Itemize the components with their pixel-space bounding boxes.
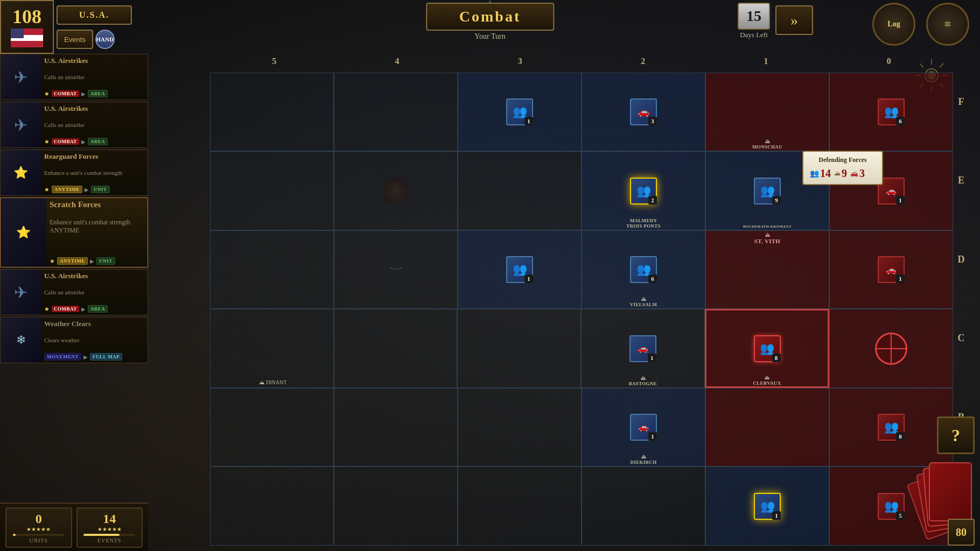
card-image-2: ✈	[1, 102, 41, 147]
card-us-airstrikes-2[interactable]: ✈ U.S. Airstrikes Calls an airstrike ★ C…	[0, 102, 148, 148]
unit-c1[interactable]: 👥 8	[754, 335, 781, 362]
events-count: 14	[103, 512, 116, 526]
cell-b4[interactable]	[334, 388, 458, 467]
tag-combat-2: COMBAT	[52, 138, 79, 145]
cell-e3[interactable]	[458, 151, 582, 230]
days-value: 15	[738, 3, 770, 30]
card-us-airstrikes-3[interactable]: ✈ U.S. Airstrikes Calls an airstrike ★ C…	[0, 269, 148, 315]
cell-d1[interactable]: ⛰ ST. VITH	[705, 230, 829, 309]
unit-e1[interactable]: 👥 9	[754, 178, 781, 204]
unit-a1[interactable]: 👥 1	[754, 493, 781, 520]
unit-c2[interactable]: 🚗 1	[629, 335, 656, 362]
card-body-6: Weather Clears Clears weather MOVEMENT ▶…	[41, 317, 148, 363]
tag-fullmap-6: FULL MAP	[90, 353, 122, 361]
cell-d5[interactable]	[210, 230, 334, 309]
cell-b3[interactable]	[458, 388, 582, 467]
score-value: 108	[12, 7, 41, 26]
unit-a0-num: 5	[896, 511, 905, 520]
cell-e5[interactable]	[210, 151, 334, 230]
unit-d2[interactable]: 👥 6	[630, 256, 657, 283]
cell-b5[interactable]	[210, 388, 334, 467]
events-stars: ★★★★★	[97, 526, 122, 532]
cell-d4[interactable]: 〰	[334, 230, 458, 309]
cell-f3[interactable]: 👥 1	[458, 73, 582, 151]
loc-diekirch: ⛰ DIEKIRCH	[582, 454, 705, 465]
events-hand-group: Events HAND	[57, 30, 115, 49]
cell-b1[interactable]	[705, 388, 829, 467]
cell-d2[interactable]: 👥 6 ⛰ VIELSALM	[582, 230, 705, 309]
cell-c3[interactable]	[457, 309, 581, 387]
cell-f2[interactable]: 🚗 3	[582, 73, 705, 151]
card-tags-2: ★ COMBAT ▶ AREA	[44, 138, 144, 145]
def-infantry-stat: 👥 14	[810, 167, 831, 180]
card-title-3: Rearguard Forces	[44, 152, 144, 161]
cell-c4[interactable]	[334, 309, 458, 387]
unit-c2-num: 1	[648, 354, 656, 362]
center-header: Combat Your Turn	[475, 0, 505, 31]
card-scratch[interactable]: ⭐ Scratch Forces Enhance unit's combat s…	[0, 197, 148, 267]
unit-e2[interactable]: 👥 2	[630, 178, 657, 204]
events-counter: 14 ★★★★★ EVENTS	[76, 507, 143, 548]
cell-b0[interactable]: 👥 8	[829, 388, 953, 467]
events-button[interactable]: Events	[57, 30, 93, 49]
row-label-d: D	[956, 254, 967, 265]
cell-d0[interactable]: 🚗 1	[829, 230, 953, 309]
card-tags-3: ★ ANYTIME ▶ UNIT	[44, 186, 144, 193]
unit-d3-num: 1	[524, 274, 533, 283]
unit-d0-num: 1	[896, 274, 905, 283]
units-stars: ★★★★★	[26, 526, 51, 532]
cell-f0[interactable]: 👥 6	[829, 73, 953, 151]
log-button[interactable]: Log	[872, 3, 915, 46]
armor-value: 3	[859, 167, 865, 180]
unit-f2-num: 3	[648, 117, 657, 125]
card-image-3: ⭐	[1, 150, 41, 195]
unit-d3[interactable]: 👥 1	[506, 256, 533, 283]
cell-c5[interactable]: ⛰ DINANT	[210, 309, 334, 387]
unit-d0[interactable]: 🚗 1	[878, 256, 905, 283]
loc-roch: ROCHERATH-KRINKELT	[706, 224, 829, 229]
unit-e0-num: 1	[896, 196, 905, 204]
card-image-6: ❄	[1, 317, 41, 363]
cell-f4[interactable]	[334, 73, 458, 151]
card-desc-1: Calls an airstrike	[44, 74, 144, 81]
cell-c1[interactable]: 👥 8 ⛰ CLERVAUX	[705, 309, 830, 387]
deck-card-4	[929, 462, 972, 521]
cell-b2[interactable]: 🚗 1 ⛰ DIEKIRCH	[582, 388, 705, 467]
tag-combat-5: COMBAT	[52, 306, 79, 312]
cell-a2[interactable]	[582, 467, 705, 546]
cell-f5[interactable]	[210, 73, 334, 151]
unit-b2[interactable]: 🚗 1	[630, 414, 657, 441]
menu-button[interactable]: ≡	[926, 3, 969, 46]
help-button[interactable]: ?	[937, 416, 975, 454]
cell-f1[interactable]: ⛰ MONSCHAU	[705, 73, 829, 151]
hand-button[interactable]: HAND	[95, 30, 115, 49]
card-star-2: ★	[44, 138, 50, 145]
tag-area-1: AREA	[88, 90, 108, 97]
unit-f3[interactable]: 👥 1	[506, 98, 533, 125]
unit-a0[interactable]: 👥 5	[878, 493, 905, 520]
cell-c2[interactable]: 🚗 1 ⛰ BASTOGNE	[581, 309, 705, 387]
cell-e2[interactable]: 👥 2 MALMEDYTROIS PONTS	[582, 151, 705, 230]
unit-f0[interactable]: 👥 6	[878, 98, 905, 125]
cell-a3[interactable]	[458, 467, 582, 546]
cell-a1[interactable]: 👥 1	[705, 467, 829, 546]
next-turn-button[interactable]: »	[775, 5, 813, 35]
card-weather[interactable]: ❄ Weather Clears Clears weather MOVEMENT…	[0, 317, 148, 363]
unit-f2[interactable]: 🚗 3	[630, 98, 657, 125]
card-body-3: Rearguard Forces Enhance a unit's combat…	[41, 150, 148, 195]
card-body-1: U.S. Airstrikes Calls an airstrike ★ COM…	[41, 54, 148, 100]
cell-e4[interactable]	[334, 151, 458, 230]
unit-b0[interactable]: 👥 8	[878, 414, 905, 441]
cell-a5[interactable]	[210, 467, 334, 546]
card-rearguard[interactable]: ⭐ Rearguard Forces Enhance a unit's comb…	[0, 150, 148, 196]
combat-title: Combat	[426, 3, 554, 31]
card-us-airstrikes-1[interactable]: ✈ U.S. Airstrikes Calls an airstrike ★ C…	[0, 54, 148, 100]
col-header-4: 4	[395, 56, 399, 66]
cell-d3[interactable]: 👥 1	[458, 230, 582, 309]
deck-count: 80	[948, 519, 975, 546]
cell-a4[interactable]	[334, 467, 458, 546]
units-label: UNITS	[30, 538, 48, 543]
row-label-c: C	[956, 333, 967, 344]
target-reticle[interactable]	[875, 333, 907, 365]
cell-c0[interactable]	[829, 309, 953, 387]
